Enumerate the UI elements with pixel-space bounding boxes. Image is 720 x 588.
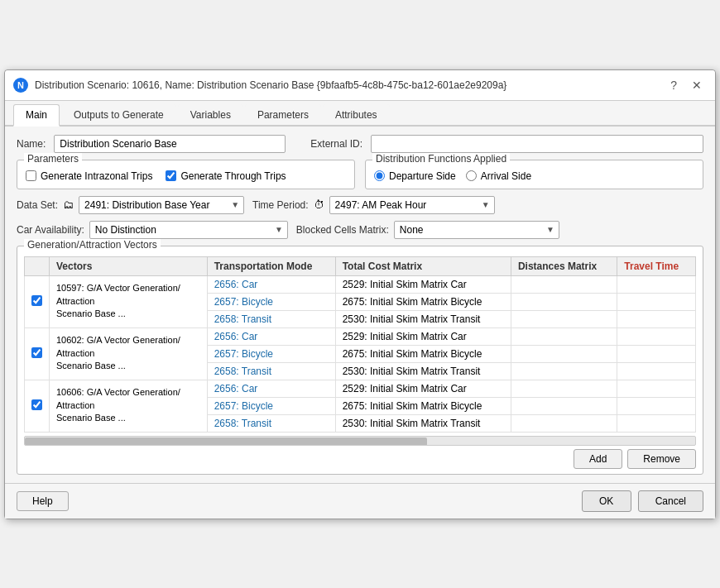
- tab-main[interactable]: Main: [13, 104, 60, 127]
- blocked-select[interactable]: None: [394, 221, 559, 239]
- row2-cost3: 2530: Initial Skim Matrix Transit: [335, 362, 511, 380]
- row3-mode2: 2657: Bicycle: [207, 397, 335, 414]
- vectors-table-wrapper[interactable]: Vectors Transportation Mode Total Cost M…: [24, 256, 696, 433]
- row1-travel1: [617, 275, 696, 293]
- row1-mode2: 2657: Bicycle: [207, 293, 335, 310]
- params-section: Parameters Generate Intrazonal Trips Gen…: [17, 160, 703, 189]
- blocked-label: Blocked Cells Matrix:: [296, 224, 389, 236]
- row3-travel3: [617, 414, 696, 432]
- name-input[interactable]: [54, 135, 286, 153]
- intrazonal-label: Generate Intrazonal Trips: [41, 170, 152, 182]
- row2-dist1: [511, 327, 617, 345]
- car-row: Car Availability: No Distinction ▼ Block…: [17, 221, 703, 239]
- arrival-radio[interactable]: [466, 170, 477, 181]
- col-mode: Transportation Mode: [207, 256, 335, 275]
- departure-radio[interactable]: [374, 170, 385, 181]
- through-checkbox-item: Generate Through Trips: [166, 170, 286, 182]
- table-row: 10602: G/A Vector Generation/AttractionS…: [25, 327, 696, 345]
- car-label: Car Availability:: [17, 224, 84, 236]
- row3-cost3: 2530: Initial Skim Matrix Transit: [335, 414, 511, 432]
- timeperiod-icon: ⏱: [314, 198, 324, 211]
- row2-cost1: 2529: Initial Skim Matrix Car: [335, 327, 511, 345]
- row2-travel3: [617, 362, 696, 380]
- intrazonal-checkbox-item: Generate Intrazonal Trips: [26, 170, 152, 182]
- ext-id-input[interactable]: [371, 135, 703, 153]
- remove-button[interactable]: Remove: [627, 449, 696, 469]
- footer-buttons: OK Cancel: [582, 490, 703, 512]
- ext-id-label: External ID:: [310, 138, 362, 150]
- cancel-button[interactable]: Cancel: [638, 490, 703, 512]
- timeperiod-select[interactable]: 2497: AM Peak Hour: [329, 196, 495, 214]
- dataset-label: Data Set:: [17, 199, 58, 211]
- row2-cost2: 2675: Initial Skim Matrix Bicycle: [335, 345, 511, 362]
- scrollbar-thumb: [25, 437, 427, 446]
- row2-mode2: 2657: Bicycle: [207, 345, 335, 362]
- through-checkbox[interactable]: [166, 170, 176, 181]
- row1-dist2: [511, 293, 617, 310]
- row3-travel2: [617, 397, 696, 414]
- distribution-group: Distribution Functions Applied Departure…: [365, 160, 703, 189]
- row1-cost3: 2530: Initial Skim Matrix Transit: [335, 310, 511, 327]
- dialog-title: Distribution Scenario: 10616, Name: Dist…: [35, 79, 506, 91]
- arrival-label: Arrival Side: [481, 170, 531, 182]
- row1-vector: 10597: G/A Vector Generation/AttractionS…: [50, 275, 208, 327]
- departure-label: Departure Side: [389, 170, 456, 182]
- row1-mode3: 2658: Transit: [207, 310, 335, 327]
- vectors-group-title: Generation/Attraction Vectors: [24, 239, 161, 251]
- add-remove-row: Add Remove: [24, 449, 696, 469]
- row2-checkbox[interactable]: [31, 347, 42, 358]
- arrival-radio-item: Arrival Side: [466, 170, 531, 182]
- row3-mode3: 2658: Transit: [207, 414, 335, 432]
- row1-cost2: 2675: Initial Skim Matrix Bicycle: [335, 293, 511, 310]
- car-select[interactable]: No Distinction: [89, 221, 288, 239]
- row2-mode3: 2658: Transit: [207, 362, 335, 380]
- row3-dist1: [511, 380, 617, 397]
- col-dist: Distances Matrix: [511, 256, 617, 275]
- row3-checkbox[interactable]: [31, 399, 42, 410]
- title-bar-buttons: ? ✕: [665, 77, 707, 93]
- vectors-group: Generation/Attraction Vectors Vectors Tr…: [17, 246, 703, 475]
- col-check: [25, 256, 50, 275]
- name-row: Name: External ID:: [17, 135, 703, 153]
- car-availability-field: Car Availability: No Distinction ▼: [17, 221, 288, 239]
- timeperiod-field: Time Period: ⏱ 2497: AM Peak Hour ▼: [252, 196, 495, 214]
- row1-travel3: [617, 310, 696, 327]
- main-content: Name: External ID: Parameters Generate I…: [5, 127, 715, 483]
- add-button[interactable]: Add: [574, 449, 622, 469]
- blocked-cells-field: Blocked Cells Matrix: None ▼: [296, 221, 559, 239]
- ok-button[interactable]: OK: [582, 490, 631, 512]
- tab-parameters[interactable]: Parameters: [245, 104, 321, 125]
- close-button[interactable]: ✕: [687, 77, 707, 93]
- radio-row: Departure Side Arrival Side: [374, 170, 694, 182]
- tab-outputs[interactable]: Outputs to Generate: [61, 104, 176, 125]
- through-label: Generate Through Trips: [180, 170, 286, 182]
- row1-mode1: 2656: Car: [207, 275, 335, 293]
- parameters-group: Parameters Generate Intrazonal Trips Gen…: [17, 160, 355, 189]
- tab-variables[interactable]: Variables: [178, 104, 243, 125]
- col-cost: Total Cost Matrix: [335, 256, 511, 275]
- row1-cost1: 2529: Initial Skim Matrix Car: [335, 275, 511, 293]
- row2-dist2: [511, 345, 617, 362]
- distribution-group-title: Distribution Functions Applied: [372, 153, 510, 165]
- title-bar: N Distribution Scenario: 10616, Name: Di…: [5, 70, 715, 101]
- row3-travel1: [617, 380, 696, 397]
- row1-checkbox[interactable]: [31, 295, 42, 306]
- row1-dist3: [511, 310, 617, 327]
- car-select-wrapper: No Distinction ▼: [89, 221, 288, 239]
- vectors-table: Vectors Transportation Mode Total Cost M…: [24, 256, 696, 433]
- intrazonal-checkbox[interactable]: [26, 170, 36, 181]
- tab-attributes[interactable]: Attributes: [323, 104, 390, 125]
- help-button[interactable]: Help: [17, 491, 69, 511]
- title-bar-left: N Distribution Scenario: 10616, Name: Di…: [13, 78, 506, 93]
- horizontal-scrollbar[interactable]: [24, 436, 696, 446]
- row1-dist1: [511, 275, 617, 293]
- row1-checkbox-cell: [25, 275, 50, 327]
- help-title-button[interactable]: ?: [665, 77, 682, 93]
- blocked-select-wrapper: None ▼: [394, 221, 559, 239]
- dataset-select[interactable]: 2491: Distribution Base Year: [79, 196, 244, 214]
- row3-cost2: 2675: Initial Skim Matrix Bicycle: [335, 397, 511, 414]
- dataset-row: Data Set: 🗂 2491: Distribution Base Year…: [17, 196, 703, 214]
- row3-vector: 10606: G/A Vector Generation/AttractionS…: [50, 380, 208, 432]
- row3-cost1: 2529: Initial Skim Matrix Car: [335, 380, 511, 397]
- table-row: 10597: G/A Vector Generation/AttractionS…: [25, 275, 696, 293]
